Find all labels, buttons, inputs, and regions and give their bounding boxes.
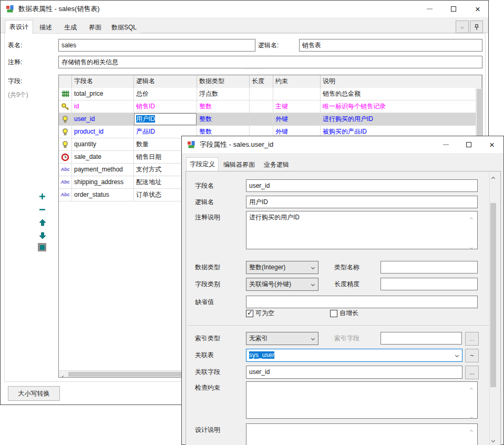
scroll-up-icon[interactable]	[470, 385, 472, 392]
tab-data-sql[interactable]: 数据SQL	[108, 21, 140, 34]
scroll-up-icon[interactable]	[470, 214, 472, 221]
header-length[interactable]: 长度	[250, 75, 273, 88]
tab-field-definition[interactable]: 字段定义	[186, 157, 219, 171]
header-field-name[interactable]: 字段名	[72, 75, 134, 88]
maximize-icon	[466, 142, 471, 147]
tab-business-logic[interactable]: 业务逻辑	[260, 158, 293, 171]
grid-cell: sale_date	[72, 151, 134, 164]
nullable-checkbox[interactable]	[246, 310, 253, 317]
dialog-vertical-scrollbar[interactable]	[489, 171, 497, 445]
window-title: 数据表属性 - sales(销售表)	[18, 1, 100, 17]
foreign-key-icon	[59, 113, 72, 126]
foreign-key-icon	[59, 138, 72, 151]
scroll-up-icon[interactable]	[470, 427, 472, 434]
dropdown-button[interactable]	[456, 21, 469, 33]
move-down-button[interactable]	[38, 231, 47, 240]
case-convert-button[interactable]: 大小写转换	[8, 386, 60, 401]
splitter-handle[interactable]: ·········	[232, 66, 279, 72]
header-constraint[interactable]: 约束	[273, 75, 321, 88]
tab-ui[interactable]: 界面	[83, 21, 107, 34]
remove-field-button[interactable]	[38, 205, 47, 214]
design-note-textarea[interactable]	[246, 423, 478, 445]
grid-cell: 整数	[197, 100, 250, 113]
teal-square-icon	[40, 245, 45, 250]
logical-name-input[interactable]: 用户ID	[246, 196, 478, 208]
move-up-button[interactable]	[38, 218, 47, 227]
scroll-up-icon[interactable]	[492, 174, 495, 181]
tab-editor-ui[interactable]: 编辑器界面	[219, 158, 259, 171]
grid-cell: quantity	[72, 138, 134, 151]
default-value-input[interactable]	[246, 296, 478, 308]
dialog-titlebar[interactable]: 字段属性 - sales.user_id ×	[182, 136, 503, 153]
separator	[187, 325, 496, 326]
comment-label: 注释说明	[195, 212, 220, 223]
color-swatch-button[interactable]	[38, 243, 46, 251]
length-precision-input[interactable]	[380, 278, 478, 290]
index-type-label: 索引类型	[195, 332, 220, 345]
logical-name-label: 逻辑名:	[258, 39, 279, 52]
grid-cell: shipping_address	[72, 176, 134, 189]
tab-generate[interactable]: 生成	[58, 21, 83, 34]
minimize-button[interactable]	[421, 3, 438, 15]
index-type-select[interactable]: 无索引	[246, 332, 318, 345]
header-data-type[interactable]: 数据类型	[197, 75, 250, 88]
maximize-button[interactable]	[460, 138, 477, 151]
type-name-input[interactable]	[380, 261, 478, 274]
grid-cell	[273, 88, 321, 100]
inline-edit-input[interactable]: 用户ID	[134, 113, 197, 125]
grid-cell	[250, 88, 273, 100]
scroll-down-icon[interactable]	[492, 436, 495, 443]
field-name-input[interactable]: user_id	[246, 179, 478, 192]
chevron-down-icon	[455, 353, 459, 357]
pin-icon	[474, 24, 480, 31]
related-field-input[interactable]: user_id	[246, 366, 462, 379]
plus-icon	[39, 193, 46, 200]
tab-table-design[interactable]: 表设计	[5, 20, 33, 34]
scroll-thumb[interactable]	[490, 203, 496, 387]
minimize-button[interactable]	[437, 138, 454, 151]
header-logical-name[interactable]: 逻辑名	[134, 75, 197, 88]
length-precision-label: 长度精度	[334, 278, 359, 290]
field-properties-dialog: 字段属性 - sales.user_id × 字段定义 编辑器界面 业务逻辑 字…	[181, 136, 504, 445]
check-constraint-textarea[interactable]	[246, 381, 478, 419]
maximize-button[interactable]	[445, 3, 462, 15]
table-name-label: 表名:	[8, 39, 22, 52]
data-type-label: 数据类型	[195, 261, 220, 274]
related-table-link-button[interactable]: ~	[465, 349, 479, 362]
grid-cell: user_id	[72, 113, 134, 126]
number-icon	[59, 88, 72, 100]
titlebar[interactable]: 数据表属性 - sales(销售表) ×	[1, 1, 488, 17]
table-name-input[interactable]: sales	[58, 39, 255, 52]
table-row[interactable]: id销售ID整数主键唯一标识每个销售记录	[59, 100, 476, 113]
pin-button[interactable]	[470, 21, 483, 33]
related-field-label: 关联字段	[195, 366, 220, 378]
grid-cell: 销售ID	[134, 100, 197, 113]
logical-name-input[interactable]: 销售表	[299, 39, 482, 52]
logical-name-label: 逻辑名	[195, 196, 214, 208]
minimize-icon	[427, 8, 433, 9]
close-button[interactable]: ×	[484, 138, 500, 151]
close-button[interactable]: ×	[469, 3, 486, 15]
text-icon: Abc	[59, 176, 72, 189]
auto-increment-checkbox[interactable]	[330, 310, 337, 317]
add-field-button[interactable]	[38, 192, 47, 201]
index-field-browse-button[interactable]: ...	[465, 332, 479, 346]
comment-textarea[interactable]: 进行购买的用户ID	[246, 211, 478, 249]
related-table-combo[interactable]: sys_user	[246, 349, 462, 362]
grid-cell: payment_method	[72, 164, 134, 176]
default-value-label: 缺省值	[195, 296, 214, 308]
selected-text: 用户ID	[136, 115, 155, 123]
data-type-select[interactable]: 整数(Integer)	[246, 261, 318, 274]
close-icon: ×	[489, 140, 495, 149]
table-row[interactable]: user_id用户ID整数外键进行购买的用户ID	[59, 113, 476, 126]
index-field-input[interactable]	[380, 332, 462, 345]
header-description[interactable]: 说明	[321, 75, 482, 88]
field-category-select[interactable]: 关联编号(外键)	[246, 278, 318, 291]
scroll-down-icon[interactable]	[470, 243, 472, 250]
table-row[interactable]: total_price总价浮点数销售的总金额	[59, 88, 476, 100]
related-field-browse-button[interactable]: ...	[465, 366, 479, 379]
scroll-down-icon[interactable]	[470, 412, 472, 420]
tab-description[interactable]: 描述	[34, 21, 58, 34]
field-name-label: 字段名	[195, 179, 214, 192]
scroll-left-icon[interactable]	[62, 373, 65, 378]
